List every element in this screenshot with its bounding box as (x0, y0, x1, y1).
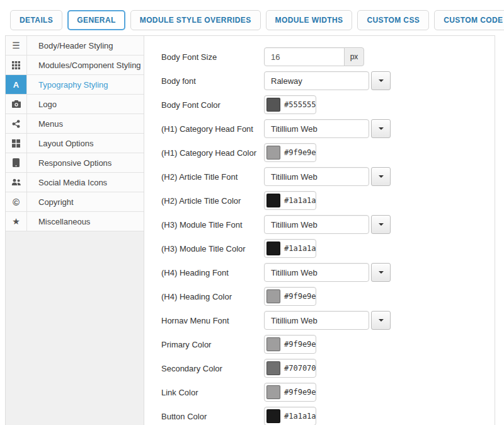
field-label: (H2) Article Title Font (161, 172, 264, 182)
color-hex-value: #9f9e9e (284, 340, 316, 349)
tab-custom-css[interactable]: CUSTOM CSS (357, 10, 429, 30)
field-label: (H3) Module Title Font (161, 220, 264, 230)
field-label: Primary Color (161, 340, 264, 349)
sidebar-item-label: Logo (27, 95, 57, 114)
typography-a-icon: A (6, 75, 27, 94)
form-row-h2-article-title-color: (H2) Article Title Color#1a1a1a (144, 189, 495, 212)
h1-category-head-color-field[interactable]: #9f9e9e (264, 143, 316, 162)
tab-module-style-overrides[interactable]: MODULE STYLE OVERRIDES (130, 10, 261, 30)
field-label: (H4) Heading Color (161, 292, 264, 301)
form-area: Body Font SizepxBody fontRalewayBody Fon… (144, 36, 495, 425)
sidebar-item-responsive-options[interactable]: Responsive Options (6, 153, 144, 173)
color-swatch (266, 98, 280, 112)
sidebar-item-copyright[interactable]: ©Copyright (6, 192, 144, 212)
sidebar-item-modules-component-styling[interactable]: Modules/Component Styling (6, 55, 144, 75)
primary-color-field[interactable]: #9f9e9e (264, 335, 316, 354)
camera-icon (6, 95, 27, 114)
tab-label: CUSTOM CODE (444, 16, 503, 25)
field-control: #1a1a1a (264, 239, 316, 258)
settings-panel: ☰Body/Header StylingModules/Component St… (5, 35, 495, 425)
field-label: Secondary Color (161, 364, 264, 373)
link-color-field[interactable]: #9f9e9e (264, 383, 316, 402)
secondary-color-field[interactable]: #707070 (264, 359, 316, 378)
field-label: (H1) Category Head Font (161, 124, 264, 134)
sidebar-item-logo[interactable]: Logo (6, 95, 144, 114)
color-swatch (266, 194, 280, 207)
select-caret-button[interactable] (371, 167, 391, 186)
select-value: Titillium Web (271, 124, 318, 134)
h2-article-title-color-field[interactable]: #1a1a1a (264, 191, 316, 210)
button-color-field[interactable]: #1a1a1a (264, 407, 316, 425)
field-label: Body Font Color (161, 100, 264, 110)
sidebar-item-label: Body/Header Styling (27, 36, 113, 55)
tab-custom-code[interactable]: CUSTOM CODE (434, 10, 504, 30)
body-font-color-field[interactable]: #555555 (264, 95, 316, 114)
h4-heading-font-select[interactable]: Titillium Web (264, 263, 369, 282)
caret-down-icon (379, 175, 384, 178)
users-icon (6, 173, 27, 192)
grid-icon (6, 55, 27, 74)
field-label: Body font (161, 76, 264, 86)
body-font-size-input[interactable] (264, 47, 345, 66)
body-font-select[interactable]: Raleway (264, 71, 369, 90)
sidebar-item-typography-styling[interactable]: ATypography Styling (6, 75, 144, 95)
form-row-h3-module-title-font: (H3) Module Title FontTitillium Web (144, 212, 495, 236)
color-swatch (266, 289, 280, 303)
form-row-body-font-size: Body Font Sizepx (144, 45, 495, 69)
field-control: Raleway (264, 71, 391, 90)
tab-label: GENERAL (77, 16, 115, 25)
select-caret-button[interactable] (371, 311, 391, 330)
caret-down-icon (379, 223, 384, 226)
select-value: Titillium Web (271, 220, 318, 230)
sidebar-item-social-media-icons[interactable]: Social Media Icons (6, 173, 144, 192)
color-swatch (266, 361, 280, 375)
tab-module-widths[interactable]: MODULE WIDTHS (266, 10, 353, 30)
form-row-hornav-menu-font: Hornav Menu FontTitillium Web (144, 308, 495, 332)
select-caret-button[interactable] (371, 71, 391, 90)
select-caret-button[interactable] (371, 215, 391, 234)
sidebar-item-miscellaneous[interactable]: ★Miscellaneous (6, 212, 144, 231)
sidebar-item-label: Menus (27, 114, 63, 133)
form-row-h1-category-head-color: (H1) Category Head Color#9f9e9e (144, 141, 495, 165)
hornav-menu-font-select[interactable]: Titillium Web (264, 311, 369, 330)
h4-heading-color-field[interactable]: #9f9e9e (264, 287, 316, 306)
h2-article-title-font-select[interactable]: Titillium Web (264, 167, 369, 186)
select-caret-button[interactable] (371, 263, 391, 282)
field-control: Titillium Web (264, 119, 391, 138)
grid-large-icon (6, 134, 27, 153)
field-control: #1a1a1a (264, 407, 316, 425)
form-row-h3-module-title-color: (H3) Module Title Color#1a1a1a (144, 236, 495, 260)
form-row-h4-heading-font: (H4) Heading FontTitillium Web (144, 260, 495, 284)
tab-details[interactable]: DETAILS (10, 10, 62, 30)
field-control: Titillium Web (264, 311, 391, 330)
select-caret-button[interactable] (371, 119, 391, 138)
form-row-link-color: Link Color#9f9e9e (144, 380, 495, 404)
field-control: px (264, 47, 364, 66)
color-swatch (266, 146, 280, 160)
caret-down-icon (379, 271, 384, 274)
tab-general[interactable]: GENERAL (67, 10, 125, 30)
sidebar-item-menus[interactable]: Menus (6, 114, 144, 134)
tab-bar: DETAILSGENERALMODULE STYLE OVERRIDESMODU… (10, 10, 504, 30)
sidebar-item-label: Copyright (27, 192, 74, 211)
field-label: (H1) Category Head Color (161, 148, 264, 158)
sidebar-item-body-header-styling[interactable]: ☰Body/Header Styling (6, 36, 144, 55)
form-row-h2-article-title-font: (H2) Article Title FontTitillium Web (144, 165, 495, 189)
sidebar-item-layout-options[interactable]: Layout Options (6, 134, 144, 153)
color-swatch (266, 385, 280, 399)
h1-category-head-font-select[interactable]: Titillium Web (264, 119, 369, 138)
field-label: Button Color (161, 412, 264, 421)
h3-module-title-color-field[interactable]: #1a1a1a (264, 239, 316, 258)
template-settings-page: DETAILSGENERALMODULE STYLE OVERRIDESMODU… (0, 0, 504, 425)
field-control: #1a1a1a (264, 191, 316, 210)
form-row-body-font-color: Body Font Color#555555 (144, 93, 495, 117)
color-hex-value: #555555 (284, 100, 316, 109)
color-hex-value: #9f9e9e (284, 292, 316, 301)
caret-down-icon (379, 127, 384, 130)
h3-module-title-font-select[interactable]: Titillium Web (264, 215, 369, 234)
form-row-primary-color: Primary Color#9f9e9e (144, 332, 495, 356)
copyright-icon: © (6, 192, 27, 211)
star-icon: ★ (6, 212, 27, 231)
sidebar-item-label: Responsive Options (27, 153, 112, 172)
tablet-icon (6, 153, 27, 172)
